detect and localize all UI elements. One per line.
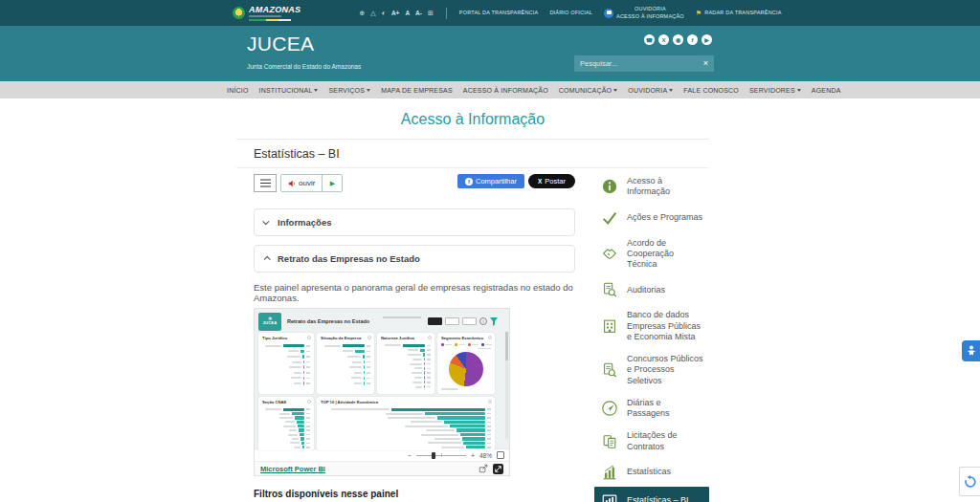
sidebar-item-estat-sticas-bi[interactable]: Estatísticas – BI	[594, 487, 709, 502]
nav-item-label: INÍCIO	[227, 87, 249, 94]
listen-button[interactable]: ouvir	[281, 175, 323, 191]
topbar-links: PORTAL DA TRANSPARÊNCIADIÁRIO OFICIALOUV…	[459, 6, 782, 19]
value-label-placeholder	[367, 361, 370, 363]
accordion-informacoes[interactable]: Informações	[254, 208, 575, 236]
libras-icon[interactable]: △	[370, 10, 375, 17]
mini-bar	[462, 437, 486, 440]
accessibility-widget-button[interactable]	[962, 340, 980, 361]
nav-item-mapa-de-empresas[interactable]: MAPA DE EMPRESAS	[381, 87, 453, 94]
microsoft-powerbi-link[interactable]: Microsoft Power BI	[260, 465, 325, 473]
axis-label-placeholder	[352, 361, 361, 363]
font-decrease-button[interactable]: A-	[415, 10, 422, 16]
panel-pin-icon	[307, 336, 311, 339]
filter-funnel-icon[interactable]	[490, 317, 498, 326]
nav-item-servi-os[interactable]: SERVIÇOS	[328, 87, 370, 94]
search-input[interactable]	[580, 59, 703, 68]
axis-label-placeholder	[415, 386, 422, 388]
font-increase-button[interactable]: A+	[391, 10, 400, 16]
sidebar-item-estat-sticas[interactable]: Estatísticas	[594, 458, 709, 487]
amazonas-gov-logo[interactable]: AMAZONAS	[233, 6, 301, 21]
legend-dot	[468, 343, 471, 346]
nav-item-comunica-o[interactable]: COMUNICAÇÃO	[559, 87, 617, 94]
legend-dot	[441, 343, 444, 346]
sidebar-item-acordo-de-coopera-o-t-cnica[interactable]: Acordo de Cooperação Técnica	[594, 232, 709, 276]
zoom-out-button[interactable]: −	[408, 452, 412, 459]
info-icon[interactable]: i	[479, 317, 487, 325]
nav-item-ouvidoria[interactable]: OUVIDORIA	[628, 87, 673, 94]
fit-to-page-icon[interactable]	[497, 451, 504, 459]
panel-title: Tipo Jurídico	[262, 336, 310, 340]
mini-bar	[424, 385, 425, 388]
recaptcha-badge[interactable]	[959, 467, 980, 496]
mini-bar	[403, 344, 425, 347]
value-label-placeholder	[487, 429, 491, 431]
sitemap-icon[interactable]: ⊞	[428, 10, 434, 17]
sidebar-item-auditorias[interactable]: Auditorias	[594, 275, 709, 304]
sidebar-item-banco-de-dados-empresas-p-blicas-e-economia-mista[interactable]: Banco de dados Empresas Públicas e Econo…	[594, 304, 709, 348]
topbar-link[interactable]: OUVIDORIAACESSO À INFORMAÇÃO	[604, 6, 684, 19]
nav-item-fale-conosco[interactable]: FALE CONOSCO	[683, 87, 739, 94]
topbar-link[interactable]: PORTAL DA TRANSPARÊNCIA	[459, 10, 539, 16]
topbar-link-label: RADAR DA TRANSPARÊNCIA	[704, 10, 781, 16]
axis-label-placeholder	[289, 429, 297, 431]
axis-label-placeholder	[291, 377, 301, 379]
site-title[interactable]: JUCEA	[247, 33, 314, 55]
dashboard-panel-top-10-atividade-econ-mica: TOP 10 | Atividade Econômica	[317, 397, 495, 450]
facebook-share-button[interactable]: f Compartilhar	[457, 174, 524, 188]
value-label-placeholder	[306, 426, 310, 427]
nav-item-agenda[interactable]: AGENDA	[812, 87, 841, 94]
dashboard-scrollbar[interactable]	[505, 332, 508, 439]
sidebar-item-label: Auditorias	[627, 285, 665, 295]
dashboard-panel-se-o-cnae: Seção CNAE	[258, 397, 314, 450]
instagram-icon[interactable]: ◉	[673, 34, 683, 45]
axis-label-placeholder	[426, 429, 454, 431]
value-label-placeholder	[306, 438, 310, 440]
nav-item-acesso-informa-o[interactable]: ACESSO À INFORMAÇÃO	[463, 87, 548, 94]
share-icon[interactable]	[479, 464, 488, 473]
topbar-link[interactable]: ⚑RADAR DA TRANSPARÊNCIA	[696, 10, 782, 17]
nav-item-in-cio[interactable]: INÍCIO	[227, 87, 249, 94]
value-label-placeholder	[427, 349, 431, 351]
axis-label-placeholder	[292, 438, 300, 440]
sidebar-item-concursos-p-blicos-e-processos-seletivos[interactable]: Concursos Públicos e Processos Seletivos	[594, 348, 709, 392]
axis-label-placeholder	[354, 382, 362, 384]
search-clear-icon[interactable]: ×	[703, 59, 708, 68]
contrast-icon[interactable]: ◐	[382, 10, 386, 16]
accordion-retrato-empresas[interactable]: Retrato das Empresas no Estado	[254, 245, 575, 273]
plane-icon	[600, 400, 619, 417]
axis-label-placeholder	[331, 408, 390, 410]
fullscreen-icon[interactable]	[493, 464, 503, 474]
dashboard-tab-button[interactable]	[462, 317, 477, 325]
sidebar-item-licita-es-de-contratos[interactable]: Licitações de Contratos	[594, 425, 709, 458]
x-twitter-icon[interactable]: X	[658, 34, 669, 45]
nav-item-institucional[interactable]: INSTITUCIONAL	[259, 87, 319, 94]
x-post-button[interactable]: X Postar	[528, 174, 575, 188]
value-label-placeholder	[487, 426, 491, 427]
topbar-link[interactable]: DIÁRIO OFICIAL	[549, 10, 592, 16]
text-to-speech-player: ouvir ▶	[280, 174, 343, 192]
search-box[interactable]: ×	[574, 55, 714, 72]
sidebar-item-a-es-e-programas[interactable]: Ações e Programas	[594, 204, 709, 232]
government-topbar: AMAZONAS ⊕ △ ◐ A+ A A- ⊞ PORTAL DA TRANS…	[0, 0, 980, 26]
accordion-retrato-label: Retrato das Empresas no Estado	[278, 253, 420, 264]
filters-heading: Filtros disponíveis nesse painel	[254, 489, 575, 499]
font-normal-button[interactable]: A	[405, 10, 410, 16]
value-label-placeholder	[306, 356, 310, 358]
whatsapp-icon[interactable]: ☎	[644, 34, 655, 45]
dashboard-tab-button[interactable]	[445, 317, 459, 325]
topbar-link-line: ACESSO À INFORMAÇÃO	[616, 13, 684, 20]
youtube-icon[interactable]: ▶	[702, 34, 712, 45]
sidebar-item-acesso-informa-o[interactable]: Acesso à Informação	[594, 170, 709, 204]
play-button[interactable]: ▶	[323, 175, 342, 191]
dashboard-tab-button-active[interactable]	[428, 317, 442, 325]
facebook-icon[interactable]: f	[687, 34, 698, 45]
value-label-placeholder	[487, 413, 491, 415]
zoom-slider[interactable]	[416, 455, 466, 456]
nav-item-servidores[interactable]: SERVIDORES	[749, 87, 801, 94]
zoom-slider-handle[interactable]	[432, 452, 435, 459]
zoom-in-button[interactable]: +	[471, 452, 475, 459]
sidebar-item-di-rias-e-passagens[interactable]: Diárias e Passagens	[594, 392, 709, 426]
value-label-placeholder	[427, 386, 431, 388]
accessibility-menu-button[interactable]	[254, 174, 277, 192]
accessibility-icon[interactable]: ⊕	[359, 10, 365, 17]
